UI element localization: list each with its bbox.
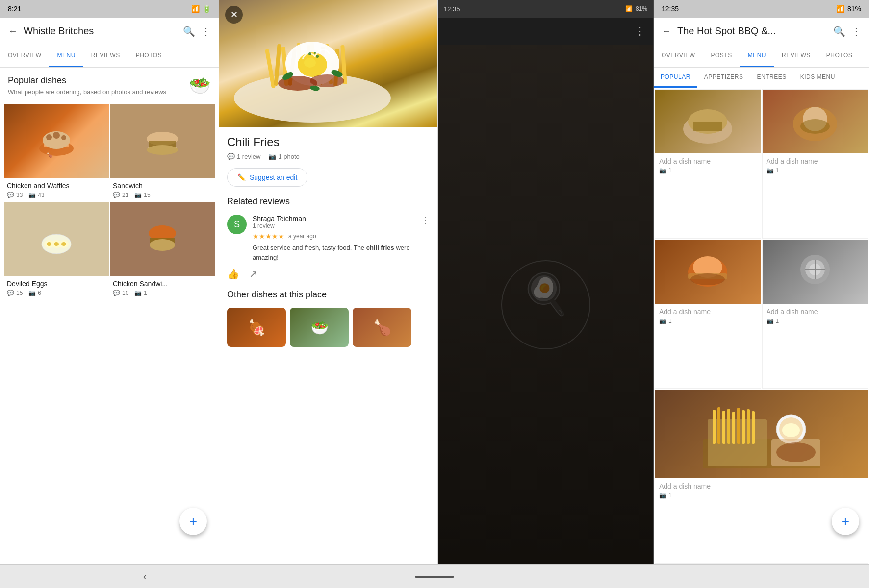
back-button-4[interactable]: ← <box>662 25 671 37</box>
related-reviews-title: Related reviews <box>227 196 430 207</box>
review-highlight: chili fries <box>366 244 394 251</box>
tab-overview-4[interactable]: OVERVIEW <box>654 45 703 67</box>
dish-card-sandwich[interactable]: Sandwich 💬 21 📷 15 <box>110 104 215 201</box>
menu-item-3[interactable]: Add a dish name 📷 1 <box>655 240 761 389</box>
menu-item-img-3 <box>655 240 761 304</box>
share-button[interactable]: ↗ <box>249 268 257 280</box>
svg-point-15 <box>47 242 51 246</box>
panel1-content: Popular dishes What people are ordering,… <box>0 68 219 564</box>
time-4: 12:35 <box>662 5 679 13</box>
reviewer-review-count: 1 review <box>253 222 306 229</box>
menu-item-2[interactable]: Add a dish name 📷 1 <box>762 89 869 239</box>
reviews-stat-2: 💬 21 <box>113 192 128 198</box>
svg-rect-71 <box>752 411 755 444</box>
menu-item-1[interactable]: Add a dish name 📷 1 <box>655 89 761 239</box>
other-dish-1[interactable]: 🍖 <box>227 308 286 347</box>
other-dish-3[interactable]: 🍗 <box>353 308 411 347</box>
tab-menu-4[interactable]: MENU <box>740 45 774 67</box>
panel-whistle-britches: 8:21 📶 🔋 ← Whistle Britches 🔍 ⋮ OVERVIEW… <box>0 0 219 564</box>
menu-item-4[interactable]: Add a dish name 📷 1 <box>762 240 869 389</box>
svg-point-4 <box>53 132 60 139</box>
tab-photos-4[interactable]: PHOTOS <box>818 45 860 67</box>
fab-add-1[interactable]: + <box>179 508 207 535</box>
dark-more-icon[interactable]: ⋮ <box>635 25 645 38</box>
svg-point-43 <box>316 55 319 58</box>
subtab-kids-menu[interactable]: KIDS MENU <box>793 68 842 88</box>
tab-reviews-4[interactable]: REVIEWS <box>774 45 818 67</box>
signal-icon-4: 📶 <box>836 5 844 13</box>
subtab-appetizers[interactable]: APPETIZERS <box>697 68 750 88</box>
chili-fries-photo: ✕ <box>219 0 437 127</box>
reviewer-info: Shraga Teichman 1 review ⋮ ★★★★★ a year … <box>253 215 430 262</box>
dish-info-sandwich: Sandwich 💬 21 📷 15 <box>110 178 215 201</box>
menu-item-name-5: Add a dish name <box>659 482 864 490</box>
tab-menu-1[interactable]: MENU <box>49 45 83 67</box>
camera-icon-m4: 📷 <box>767 318 774 324</box>
review-rating: ★★★★★ a year ago <box>253 232 430 240</box>
menu-item-name-4: Add a dish name <box>767 308 864 316</box>
dish-info-chicken-waffles: Chicken and Waffles 💬 33 📷 43 <box>4 178 109 201</box>
dish-detail: Chili Fries 💬 1 review 📷 1 photo ✏️ Sugg… <box>219 127 437 564</box>
tab-posts-4[interactable]: POSTS <box>703 45 740 67</box>
review-actions: 👍 ↗ <box>227 268 430 280</box>
dark-header: ⋮ <box>438 18 653 45</box>
camera-icon-1: 📷 <box>28 192 36 198</box>
dish-info-deviled-eggs: Deviled Eggs 💬 15 📷 6 <box>4 276 109 299</box>
panel-dark-overlay: 12:35 📶 81% ⋮ 🍳 <box>438 0 654 564</box>
menu-item-info-3: Add a dish name 📷 1 <box>655 304 761 328</box>
review-meta: 💬 1 review <box>227 153 260 160</box>
svg-rect-48 <box>693 122 722 131</box>
fab-add-4[interactable]: + <box>832 508 859 535</box>
svg-rect-68 <box>737 408 740 444</box>
dish-name-chicken-waffles: Chicken and Waffles <box>7 182 106 190</box>
header-hotspot: ← The Hot Spot BBQ &... 🔍 ⋮ <box>654 18 869 45</box>
svg-rect-63 <box>713 410 716 444</box>
dark-status-icons: 📶 81% <box>625 5 647 12</box>
svg-point-55 <box>690 273 725 285</box>
back-nav-button[interactable]: ‹ <box>133 567 156 586</box>
status-bar-4: 12:35 📶 81% <box>654 0 869 18</box>
menu-grid-4: Add a dish name 📷 1 Add a <box>654 88 869 564</box>
other-dish-2[interactable]: 🥗 <box>290 308 349 347</box>
search-icon-4[interactable]: 🔍 <box>833 25 845 37</box>
time-1: 8:21 <box>8 5 21 13</box>
tab-overview-1[interactable]: OVERVIEW <box>0 45 49 67</box>
more-button-review[interactable]: ⋮ <box>421 215 430 225</box>
dish-card-chicken-sandwich[interactable]: Chicken Sandwi... 💬 10 📷 1 <box>110 202 215 299</box>
edit-icon: ✏️ <box>237 173 246 181</box>
svg-point-76 <box>776 442 816 462</box>
tab-photos-1[interactable]: PHOTOS <box>128 45 170 67</box>
like-button[interactable]: 👍 <box>227 268 239 280</box>
search-icon-1[interactable]: 🔍 <box>183 25 195 37</box>
tabs-4: OVERVIEW POSTS MENU REVIEWS PHOTOS <box>654 45 869 68</box>
panel-hot-spot-bbq: 12:35 📶 81% ← The Hot Spot BBQ &... 🔍 ⋮ … <box>654 0 869 564</box>
menu-item-name-2: Add a dish name <box>767 157 864 165</box>
camera-icon-2: 📷 <box>134 192 142 198</box>
back-button-1[interactable]: ← <box>8 25 18 37</box>
dish-card-chicken-waffles[interactable]: 🍗 Chicken and Waffles 💬 33 📷 <box>4 104 109 201</box>
signal-icon: 📶 <box>191 5 200 13</box>
tab-reviews-1[interactable]: REVIEWS <box>83 45 128 67</box>
suggest-edit-button[interactable]: ✏️ Suggest an edit <box>227 168 307 187</box>
camera-icon-m3: 📷 <box>659 318 666 324</box>
sub-tabs-4: POPULAR APPETIZERS ENTREES KIDS MENU <box>654 68 869 88</box>
dish-img-chicken-sandwich <box>110 202 215 276</box>
menu-item-5[interactable]: Add a dish name 📷 1 <box>655 390 868 564</box>
subtab-entrees[interactable]: ENTREES <box>750 68 793 88</box>
camera-icon-m1: 📷 <box>659 167 666 174</box>
menu-item-name-1: Add a dish name <box>659 157 757 165</box>
chat-icon-meta: 💬 <box>227 153 235 160</box>
svg-point-10 <box>147 145 178 155</box>
menu-item-img-5 <box>655 390 868 478</box>
reviewer-name: Shraga Teichman <box>253 215 306 222</box>
dish-card-deviled-eggs[interactable]: Deviled Eggs 💬 15 📷 6 <box>4 202 109 299</box>
camera-icon-m2: 📷 <box>767 167 774 174</box>
more-icon-1[interactable]: ⋮ <box>201 25 211 37</box>
subtab-popular[interactable]: POPULAR <box>654 68 697 88</box>
dishes-grid: 🍗 Chicken and Waffles 💬 33 📷 <box>0 100 219 303</box>
more-icon-4[interactable]: ⋮ <box>851 25 861 37</box>
popular-dishes-header: Popular dishes What people are ordering,… <box>0 68 219 100</box>
bottom-navigation: ‹ <box>0 564 869 588</box>
camera-icon-3: 📷 <box>28 290 36 296</box>
svg-rect-65 <box>722 411 725 444</box>
